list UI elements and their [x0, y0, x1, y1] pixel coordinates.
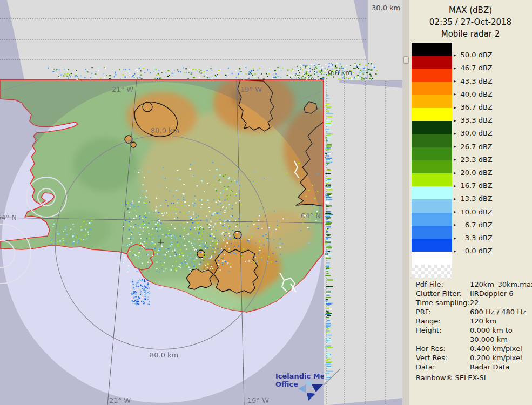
dbz-swatch: [412, 56, 452, 69]
dbz-tick-label: ▸50.0 dBZ: [454, 51, 493, 59]
dbz-swatch: [412, 186, 452, 199]
dbz-swatch: [412, 43, 452, 56]
info-row: Height:0.000 km to: [409, 326, 532, 335]
no-data-swatch: [412, 265, 452, 278]
info-value: 0.200 km/pixel: [470, 354, 522, 362]
tick-arrow-icon: ▸: [454, 157, 456, 162]
dbz-swatch: [412, 69, 452, 82]
info-row: Clutter Filter:IIRDoppler 6: [409, 289, 532, 299]
tick-arrow-icon: ▸: [454, 235, 456, 241]
meridian-label-19w-top: 19° W: [240, 85, 262, 93]
info-row: Data:Radar Data: [409, 363, 532, 372]
info-row: Pdf File:120km_30km.max: [409, 280, 532, 289]
ring-label-80km-top: 80.0 km: [151, 126, 179, 134]
tick-arrow-icon: ▸: [454, 222, 456, 227]
info-row: PRF:600 Hz / 480 Hz: [409, 308, 532, 317]
dbz-tick-label: ▸23.3 dBZ: [454, 156, 493, 164]
tick-arrow-icon: ▸: [454, 52, 456, 58]
dbz-swatch: [412, 239, 452, 252]
dbz-tick-label: ▸46.7 dBZ: [454, 64, 493, 72]
dbz-tick-label: ▸30.0 dBZ: [454, 129, 493, 137]
meridian-label-19w-bottom: 19° W: [247, 396, 269, 404]
info-value: 30.000 km: [470, 335, 508, 343]
tick-arrow-icon: ▸: [454, 131, 456, 136]
info-label: Vert Res:: [416, 354, 447, 362]
dbz-swatch: [412, 173, 452, 186]
dbz-tick-label: ▸0.0 dBZ: [454, 247, 493, 255]
tick-arrow-icon: ▸: [454, 209, 456, 214]
info-value: IIRDoppler 6: [470, 289, 514, 298]
info-value: 0.400 km/pixel: [470, 345, 522, 353]
info-value: 600 Hz / 480 Hz: [470, 308, 526, 316]
legend-panel: MAX (dBZ) 02:35 / 27-Oct-2018 Mobile rad…: [402, 0, 532, 405]
dbz-tick-label: ▸40.0 dBZ: [454, 90, 493, 98]
dbz-tick-label: ▸10.0 dBZ: [454, 208, 493, 216]
dbz-swatch: [412, 95, 452, 108]
info-label: Range:: [416, 317, 441, 325]
info-row: 30.000 km: [409, 335, 532, 345]
scan-datetime: 02:35 / 27-Oct-2018: [409, 16, 532, 28]
info-value: 120 km: [470, 317, 496, 325]
meridian-label-21w-top: 21° W: [112, 85, 133, 93]
below-min-swatch: [412, 252, 452, 265]
dbz-swatch: [412, 160, 452, 173]
tick-arrow-icon: ▸: [454, 65, 456, 71]
info-row: Time sampling:22: [409, 299, 532, 308]
dbz-tick-label: ▸16.7 dBZ: [454, 181, 493, 190]
info-row: Hor Res:0.400 km/pixel: [409, 345, 532, 354]
info-row: Range:120 km: [409, 317, 532, 326]
info-label: Time sampling:: [416, 299, 470, 307]
dbz-tick-label: ▸13.3 dBZ: [454, 194, 493, 202]
dbz-swatch: [412, 147, 452, 160]
dbz-swatch: [412, 199, 452, 212]
ring-label-80km-bottom: 80.0 km: [150, 351, 178, 359]
dbz-tick-label: ▸36.7 dBZ: [454, 103, 493, 111]
dbz-swatch: [412, 121, 452, 134]
tick-arrow-icon: ▸: [454, 170, 456, 176]
tick-arrow-icon: ▸: [454, 144, 456, 149]
radar-map-canvas[interactable]: 30.0 km 0.0 km: [0, 0, 402, 405]
tick-arrow-icon: ▸: [454, 118, 456, 123]
dbz-tick-label: ▸26.7 dBZ: [454, 143, 493, 151]
info-row: Vert Res:0.200 km/pixel: [409, 354, 532, 363]
dbz-swatch: [412, 226, 452, 239]
imo-logo-text-2: Office: [275, 380, 298, 388]
tick-arrow-icon: ▸: [454, 105, 456, 110]
dbz-tick-label: ▸43.3 dBZ: [454, 77, 493, 85]
dbz-swatch: [412, 82, 452, 95]
meridian-label-21w-bottom: 21° W: [109, 396, 131, 404]
map-area[interactable]: 21° W 21° W 19° W 19° W 64° N 64° N 80.0…: [0, 73, 343, 405]
imo-logo-text-1: Icelandic Met: [275, 372, 328, 380]
dbz-swatch: [412, 108, 452, 121]
info-value: 0.000 km to: [470, 326, 513, 334]
height-axis-max-label: 30.0 km: [372, 4, 400, 12]
tick-arrow-icon: ▸: [454, 248, 456, 254]
dbz-tick-label: ▸20.0 dBZ: [454, 168, 493, 177]
info-value: Radar Data: [470, 363, 509, 371]
tick-arrow-icon: ▸: [454, 183, 456, 188]
parallel-label-64n-left: 64° N: [0, 213, 17, 221]
info-label: Clutter Filter:: [416, 289, 462, 298]
dbz-tick-label: ▸3.3 dBZ: [454, 234, 493, 242]
dbz-tick-label: ▸33.3 dBZ: [454, 116, 493, 124]
dbz-tick-label: ▸6.7 dBZ: [454, 221, 493, 229]
info-label: Height:: [416, 326, 441, 334]
tick-arrow-icon: ▸: [454, 196, 456, 201]
software-brand: Rainbow® SELEX-SI: [416, 374, 486, 382]
info-label: Pdf File:: [416, 280, 443, 288]
top-height-panel: [0, 0, 402, 79]
radar-app-window: 30.0 km 0.0 km: [0, 0, 532, 405]
info-value: 120km_30km.max: [470, 280, 532, 288]
info-label: Hor Res:: [416, 345, 446, 353]
radar-name: Mobile radar 2: [409, 28, 532, 40]
product-title: MAX (dBZ): [409, 4, 532, 16]
parallel-label-64n-right: 64° N: [301, 212, 321, 220]
info-label: PRF:: [416, 308, 431, 316]
dbz-swatch: [412, 213, 452, 226]
info-value: 22: [470, 299, 479, 307]
tick-arrow-icon: ▸: [454, 78, 456, 84]
info-label: Data:: [416, 363, 435, 371]
tick-arrow-icon: ▸: [454, 91, 456, 97]
dbz-swatch: [412, 134, 452, 147]
splitter-handle[interactable]: [403, 56, 409, 64]
